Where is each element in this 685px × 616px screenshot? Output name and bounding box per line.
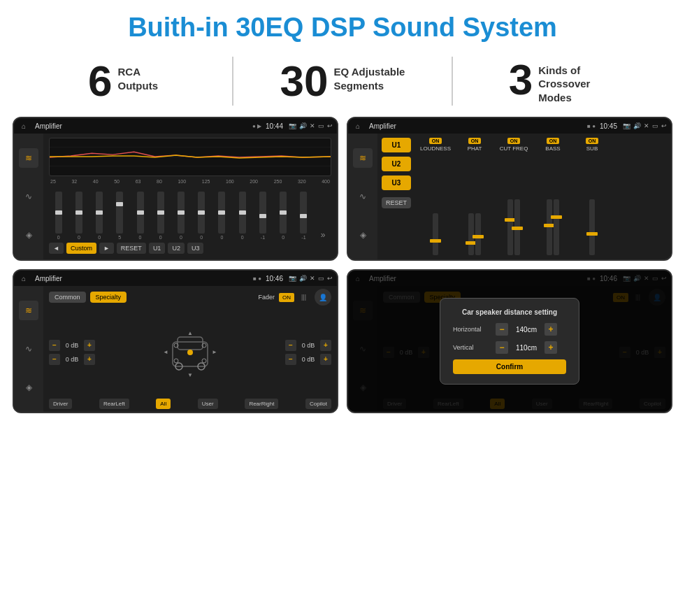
phat-col: ON PHAT bbox=[457, 138, 492, 255]
screen3-time: 10:46 bbox=[266, 275, 283, 282]
bass-slider-g[interactable] bbox=[554, 199, 559, 255]
rearleft-btn[interactable]: RearLeft bbox=[99, 399, 129, 409]
driver-btn[interactable]: Driver bbox=[49, 399, 72, 409]
all-btn[interactable]: All bbox=[156, 399, 171, 409]
reset-button-2[interactable]: RESET bbox=[382, 197, 411, 208]
plus-btn-1[interactable]: + bbox=[84, 340, 95, 351]
stat-crossover-number: 3 bbox=[509, 58, 533, 101]
fader-on-toggle[interactable]: ON bbox=[279, 293, 294, 302]
minus-btn-3[interactable]: − bbox=[285, 340, 296, 351]
reset-button-1[interactable]: RESET bbox=[117, 243, 146, 254]
svg-text:►: ► bbox=[212, 349, 217, 355]
u2-button-2[interactable]: U2 bbox=[382, 157, 411, 171]
confirm-button[interactable]: Confirm bbox=[453, 359, 566, 374]
minus-btn-2[interactable]: − bbox=[49, 354, 60, 365]
u1-button-2[interactable]: U1 bbox=[382, 138, 411, 152]
speaker-icon[interactable]: ◈ bbox=[19, 225, 38, 245]
eq-icon-3[interactable]: ≋ bbox=[19, 301, 38, 320]
horizontal-plus[interactable]: + bbox=[545, 323, 557, 336]
speaker-icon-3[interactable]: ◈ bbox=[19, 378, 38, 397]
profile-icon[interactable]: 👤 bbox=[315, 289, 331, 306]
screen3-content: ≋ ∿ ◈ Common Specialty Fader ON ||| 👤 bbox=[14, 286, 337, 412]
svg-text:▲: ▲ bbox=[187, 330, 193, 336]
u3-button-2[interactable]: U3 bbox=[382, 176, 411, 190]
screen2-title: Amplifier bbox=[369, 122, 396, 130]
bass-slider-f[interactable] bbox=[547, 199, 552, 255]
stats-row: 6 RCAOutputs 30 EQ AdjustableSegments 3 … bbox=[0, 50, 685, 117]
horizontal-value: 140cm bbox=[512, 326, 540, 334]
eq-slider-3: 0 bbox=[96, 192, 103, 240]
stat-rca-label: RCAOutputs bbox=[117, 59, 158, 92]
eq-slider-10: 0 bbox=[239, 192, 246, 240]
speaker-icon-2[interactable]: ◈ bbox=[353, 225, 373, 245]
svg-text:◄: ◄ bbox=[163, 349, 168, 355]
u2-button-1[interactable]: U2 bbox=[168, 243, 185, 254]
u1-button-1[interactable]: U1 bbox=[149, 243, 166, 254]
horizontal-row: Horizontal − 140cm + bbox=[453, 323, 566, 336]
expand-arrow[interactable]: » bbox=[321, 230, 326, 240]
db-row-4: − 0 dB + bbox=[285, 354, 331, 365]
copilot-btn[interactable]: Copilot bbox=[305, 399, 331, 409]
svg-rect-4 bbox=[178, 337, 203, 350]
eq-slider-4: 5 bbox=[116, 192, 123, 240]
car-diagram: ▲ ▼ ◄ ► bbox=[101, 324, 280, 380]
close-icon-1: ✕ bbox=[310, 122, 315, 129]
page-title: Buith-in 30EQ DSP Sound System bbox=[0, 0, 685, 50]
dialog-overlay: Car speaker distance setting Horizontal … bbox=[348, 271, 671, 412]
left-sidebar-3: ≋ ∿ ◈ bbox=[14, 286, 43, 412]
bass-col: ON BASS bbox=[535, 138, 570, 255]
home-icon-1: ⌂ bbox=[18, 120, 29, 131]
fader-left-controls: − 0 dB + − 0 dB + bbox=[49, 340, 95, 365]
cutfreq-slider-g[interactable] bbox=[514, 199, 520, 255]
stat-eq-label: EQ AdjustableSegments bbox=[334, 59, 405, 92]
fader-label: Fader bbox=[258, 294, 275, 301]
phat-slider-f[interactable] bbox=[475, 213, 481, 255]
play-button[interactable]: ► bbox=[99, 243, 114, 254]
svg-point-14 bbox=[174, 359, 178, 363]
screen3-title: Amplifier bbox=[35, 275, 62, 282]
sub-slider[interactable] bbox=[589, 199, 595, 255]
crossover-columns: ON LOUDNESS ON PHAT bbox=[418, 138, 667, 255]
custom-button[interactable]: Custom bbox=[66, 243, 96, 254]
horizontal-minus[interactable]: − bbox=[496, 323, 508, 336]
eq-graph bbox=[49, 138, 331, 176]
eq-icon[interactable]: ≋ bbox=[19, 148, 38, 168]
wave-icon-2[interactable]: ∿ bbox=[353, 187, 373, 206]
sub-col: ON SUB bbox=[575, 138, 610, 255]
prev-button[interactable]: ◄ bbox=[49, 243, 64, 254]
fader-main: Common Specialty Fader ON ||| 👤 − 0 dB bbox=[43, 286, 337, 412]
wave-icon[interactable]: ∿ bbox=[19, 187, 38, 206]
vertical-plus[interactable]: + bbox=[545, 341, 557, 354]
stat-divider-1 bbox=[232, 57, 233, 106]
home-icon-2: ⌂ bbox=[352, 120, 363, 131]
minus-btn-1[interactable]: − bbox=[49, 340, 60, 351]
plus-btn-2[interactable]: + bbox=[84, 354, 95, 365]
stat-divider-2 bbox=[452, 57, 453, 106]
plus-btn-3[interactable]: + bbox=[320, 340, 331, 351]
volume-icon-1: 🔊 bbox=[299, 122, 307, 129]
status-bar-2: ⌂ Amplifier ■ ● 10:45 📷 🔊 ✕ ▭ ↩ bbox=[348, 118, 671, 134]
screen-distance: ⌂ Amplifier ■ ● 10:46 📷 🔊 ✕ ▭ ↩ ≋ ∿ ◈ Co… bbox=[347, 269, 672, 413]
eq-slider-9: 0 bbox=[218, 192, 225, 240]
tab-specialty[interactable]: Specialty bbox=[90, 292, 127, 303]
plus-btn-4[interactable]: + bbox=[320, 354, 331, 365]
stat-rca: 6 RCAOutputs bbox=[28, 59, 218, 103]
user-btn[interactable]: User bbox=[198, 399, 218, 409]
minus-btn-4[interactable]: − bbox=[285, 354, 296, 365]
loudness-slider[interactable] bbox=[433, 213, 438, 255]
phat-slider-g[interactable] bbox=[468, 213, 474, 255]
db-row-2: − 0 dB + bbox=[49, 354, 95, 365]
horizontal-label: Horizontal bbox=[453, 326, 491, 333]
wave-icon-3[interactable]: ∿ bbox=[19, 339, 38, 359]
fader-right-controls: − 0 dB + − 0 dB + bbox=[285, 340, 331, 365]
fader-middle: − 0 dB + − 0 dB + bbox=[49, 308, 331, 396]
screen-crossover: ⌂ Amplifier ■ ● 10:45 📷 🔊 ✕ ▭ ↩ ≋ ∿ ◈ U1… bbox=[347, 117, 672, 261]
vertical-minus[interactable]: − bbox=[496, 341, 508, 354]
rearright-btn[interactable]: RearRight bbox=[245, 399, 278, 409]
screen2-time: 10:45 bbox=[600, 122, 617, 130]
tab-common[interactable]: Common bbox=[49, 292, 86, 303]
u3-button-1[interactable]: U3 bbox=[187, 243, 204, 254]
eq-slider-1: 0 bbox=[55, 192, 62, 240]
eq-icon-2[interactable]: ≋ bbox=[353, 148, 373, 168]
db-val-2: 0 dB bbox=[62, 356, 82, 363]
